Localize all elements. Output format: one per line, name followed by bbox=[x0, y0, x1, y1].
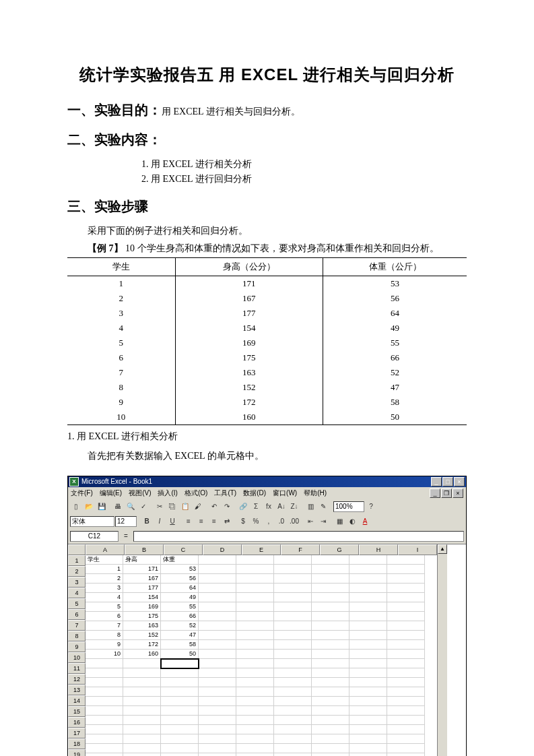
cell[interactable] bbox=[123, 659, 161, 668]
cell[interactable] bbox=[236, 687, 274, 697]
cell[interactable] bbox=[349, 640, 387, 650]
drawing-icon[interactable]: ✎ bbox=[317, 501, 329, 513]
menu-help[interactable]: 帮助(H) bbox=[304, 489, 327, 498]
cell[interactable] bbox=[387, 725, 425, 734]
row-header[interactable]: 17 bbox=[68, 728, 86, 738]
cell[interactable] bbox=[349, 725, 387, 734]
cell[interactable] bbox=[236, 650, 274, 659]
cell[interactable] bbox=[387, 593, 425, 602]
cell[interactable] bbox=[236, 753, 274, 756]
select-all-corner[interactable] bbox=[68, 544, 86, 555]
cell[interactable]: 160 bbox=[123, 650, 161, 659]
cell[interactable]: 7 bbox=[86, 621, 123, 631]
menu-tools[interactable]: 工具(T) bbox=[214, 489, 236, 498]
cell[interactable] bbox=[161, 678, 199, 687]
cell[interactable] bbox=[349, 716, 387, 725]
cell[interactable] bbox=[123, 678, 161, 687]
cell[interactable] bbox=[123, 668, 161, 678]
cell[interactable] bbox=[236, 697, 274, 706]
cell[interactable] bbox=[161, 725, 199, 734]
increase-indent-icon[interactable]: ⇥ bbox=[317, 515, 329, 528]
cell[interactable] bbox=[199, 621, 236, 631]
copy-icon[interactable]: ⿻ bbox=[166, 501, 178, 513]
name-box[interactable]: C12 bbox=[70, 531, 119, 542]
cell[interactable] bbox=[274, 631, 312, 640]
sort-asc-icon[interactable]: A↓ bbox=[275, 501, 288, 513]
cell[interactable] bbox=[312, 678, 349, 687]
row-header[interactable]: 9 bbox=[68, 641, 86, 652]
menu-window[interactable]: 窗口(W) bbox=[273, 489, 297, 498]
cell[interactable]: 152 bbox=[123, 631, 161, 640]
cell[interactable] bbox=[387, 555, 425, 565]
cell[interactable] bbox=[123, 687, 161, 697]
cell[interactable] bbox=[312, 706, 349, 716]
cell[interactable] bbox=[199, 631, 236, 640]
cell[interactable]: 身高 bbox=[123, 555, 161, 565]
cell[interactable] bbox=[161, 659, 199, 668]
cell[interactable] bbox=[387, 744, 425, 753]
cells-area[interactable]: 学生身高体重1171532167563177644154495169556175… bbox=[86, 555, 425, 756]
cell[interactable]: 8 bbox=[86, 631, 123, 640]
maximize-button[interactable]: □ bbox=[442, 477, 453, 486]
cell[interactable] bbox=[274, 734, 312, 744]
cell[interactable] bbox=[199, 753, 236, 756]
doc-close-button[interactable]: × bbox=[453, 489, 463, 498]
cell[interactable] bbox=[236, 612, 274, 621]
formula-equals-icon[interactable]: = bbox=[120, 530, 132, 542]
cell[interactable]: 64 bbox=[161, 584, 199, 593]
font-name-box[interactable]: 宋体 bbox=[70, 516, 114, 527]
cell[interactable] bbox=[86, 706, 123, 716]
column-header[interactable]: B bbox=[125, 544, 164, 555]
italic-icon[interactable]: I bbox=[154, 515, 166, 528]
decrease-decimal-icon[interactable]: .00 bbox=[288, 515, 300, 528]
cell[interactable] bbox=[274, 744, 312, 753]
cell[interactable] bbox=[387, 697, 425, 706]
cell[interactable] bbox=[349, 668, 387, 678]
row-header[interactable]: 13 bbox=[68, 685, 86, 695]
cell[interactable] bbox=[387, 621, 425, 631]
scroll-up-icon[interactable]: ▲ bbox=[438, 544, 447, 554]
column-header[interactable]: F bbox=[281, 544, 320, 555]
column-header[interactable]: A bbox=[86, 544, 125, 555]
cell[interactable] bbox=[161, 668, 199, 678]
cell[interactable] bbox=[274, 593, 312, 602]
print-icon[interactable]: 🖶 bbox=[112, 501, 124, 513]
cell[interactable] bbox=[236, 668, 274, 678]
cell[interactable]: 50 bbox=[161, 650, 199, 659]
cell[interactable] bbox=[236, 584, 274, 593]
save-icon[interactable]: 💾 bbox=[96, 501, 108, 513]
cell[interactable] bbox=[274, 555, 312, 565]
cell[interactable] bbox=[274, 650, 312, 659]
cell[interactable]: 1 bbox=[86, 565, 123, 574]
cell[interactable] bbox=[236, 744, 274, 753]
cell[interactable] bbox=[387, 574, 425, 584]
menu-file[interactable]: 文件(F) bbox=[71, 489, 93, 498]
cell[interactable] bbox=[274, 602, 312, 612]
percent-icon[interactable]: % bbox=[250, 515, 262, 528]
cell[interactable] bbox=[199, 687, 236, 697]
formula-bar[interactable] bbox=[133, 531, 464, 542]
cell[interactable]: 58 bbox=[161, 640, 199, 650]
cell[interactable] bbox=[199, 725, 236, 734]
cell[interactable] bbox=[387, 668, 425, 678]
font-color-icon[interactable]: A bbox=[359, 515, 371, 528]
cell[interactable] bbox=[274, 678, 312, 687]
cell[interactable] bbox=[86, 668, 123, 678]
redo-icon[interactable]: ↷ bbox=[221, 501, 233, 513]
cell[interactable] bbox=[86, 678, 123, 687]
column-header[interactable]: G bbox=[320, 544, 359, 555]
cell[interactable] bbox=[349, 631, 387, 640]
cell[interactable] bbox=[274, 687, 312, 697]
cell[interactable] bbox=[236, 640, 274, 650]
cell[interactable] bbox=[199, 555, 236, 565]
cell[interactable] bbox=[236, 706, 274, 716]
help-icon[interactable]: ? bbox=[365, 501, 377, 513]
cell[interactable] bbox=[86, 697, 123, 706]
cell[interactable] bbox=[312, 734, 349, 744]
cell[interactable] bbox=[236, 725, 274, 734]
cell[interactable] bbox=[312, 716, 349, 725]
cell[interactable] bbox=[199, 584, 236, 593]
cell[interactable] bbox=[349, 574, 387, 584]
cell[interactable]: 154 bbox=[123, 593, 161, 602]
cell[interactable] bbox=[349, 659, 387, 668]
